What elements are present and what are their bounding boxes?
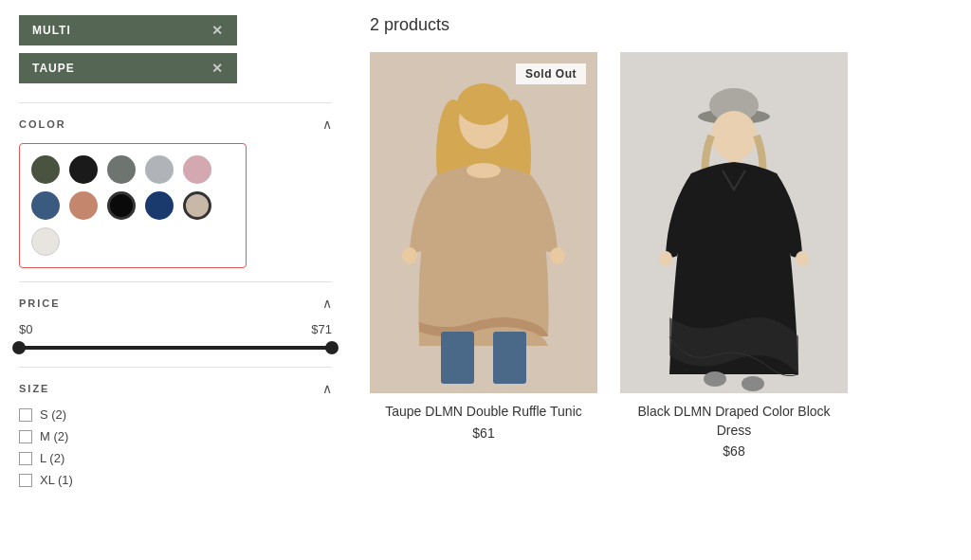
price-max-label: $71 [311,322,332,336]
sold-out-badge: Sold Out [516,63,586,84]
product-count: 2 products [370,15,952,35]
swatch-black[interactable] [69,155,98,184]
svg-point-8 [467,163,501,178]
swatch-dark-gray[interactable] [107,155,136,184]
size-checkbox-l[interactable] [19,452,32,465]
svg-point-21 [796,251,809,266]
swatch-dark-navy[interactable] [145,191,174,220]
color-swatches [19,143,247,268]
filter-tags: MULTI ✕ TAUPE ✕ [19,15,332,83]
product-price-dress: $68 [620,443,848,459]
size-label-l: L (2) [40,451,64,465]
price-section-title: PRICE [19,298,61,309]
filter-tag-taupe-remove-icon[interactable]: ✕ [211,61,224,76]
size-option-l[interactable]: L (2) [19,451,332,465]
product-grid: Sold Out [370,52,952,459]
swatch-taupe-selected[interactable] [183,191,211,220]
sidebar: MULTI ✕ TAUPE ✕ COLOR ∧ [0,0,351,560]
svg-point-12 [550,247,565,264]
swatch-off-white[interactable] [31,227,60,256]
svg-rect-10 [493,332,526,384]
size-option-s[interactable]: S (2) [19,407,332,422]
price-range-thumb-left[interactable] [12,341,26,354]
svg-point-20 [659,251,672,266]
filter-tag-multi[interactable]: MULTI ✕ [19,15,237,45]
size-checkbox-m[interactable] [19,430,32,443]
svg-point-18 [704,371,726,387]
color-filter-section: COLOR ∧ [19,102,332,281]
svg-point-16 [711,111,757,160]
price-range-thumb-right[interactable] [325,341,339,354]
color-section-header: COLOR ∧ [19,117,332,132]
size-section-header: SIZE ∧ [19,381,332,396]
size-label-xl: XL (1) [40,473,73,487]
size-label-m: M (2) [40,429,68,443]
price-chevron-icon[interactable]: ∧ [322,296,332,311]
svg-point-7 [457,83,510,125]
price-section-header: PRICE ∧ [19,296,332,311]
size-filter-section: SIZE ∧ S (2) M (2) L (2) XL (1) [19,367,332,500]
product-image-dress [620,52,848,393]
size-checkbox-s[interactable] [19,408,32,422]
price-min-label: $0 [19,322,32,336]
swatch-navy[interactable] [31,191,60,220]
size-section-title: SIZE [19,383,49,394]
product-card-tunic[interactable]: Sold Out [370,52,597,459]
swatch-black-selected[interactable] [107,191,136,220]
filter-tag-multi-label: MULTI [32,24,71,37]
size-checkbox-xl[interactable] [19,474,32,487]
svg-rect-9 [441,332,474,384]
svg-point-11 [402,247,417,264]
filter-tag-multi-remove-icon[interactable]: ✕ [211,23,224,38]
swatch-terracotta[interactable] [69,191,98,220]
product-figure-dress [620,52,848,393]
price-range-track[interactable] [19,346,332,350]
price-range-labels: $0 $71 [19,322,332,336]
product-card-dress[interactable]: Black DLMN Draped Color Block Dress $68 [620,52,848,459]
swatch-dark-olive[interactable] [31,155,60,184]
filter-tag-taupe[interactable]: TAUPE ✕ [19,53,237,83]
product-name-dress: Black DLMN Draped Color Block Dress [620,403,848,440]
size-chevron-icon[interactable]: ∧ [322,381,332,396]
product-name-tunic: Taupe DLMN Double Ruffle Tunic [370,403,597,422]
size-option-m[interactable]: M (2) [19,429,332,443]
swatch-pink[interactable] [183,155,211,184]
product-price-tunic: $61 [370,425,597,441]
filter-tag-taupe-label: TAUPE [32,62,75,75]
price-range-fill [19,346,332,350]
size-label-s: S (2) [40,407,66,422]
swatch-light-gray[interactable] [145,155,174,184]
svg-point-19 [742,376,764,391]
price-filter-section: PRICE ∧ $0 $71 [19,281,332,367]
size-option-xl[interactable]: XL (1) [19,473,332,487]
color-section-title: COLOR [19,118,66,130]
product-figure-tunic [370,52,597,393]
size-options: S (2) M (2) L (2) XL (1) [19,407,332,487]
main-content: 2 products Sold Out [351,0,971,560]
product-image-tunic: Sold Out [370,52,597,393]
color-chevron-icon[interactable]: ∧ [322,117,332,132]
